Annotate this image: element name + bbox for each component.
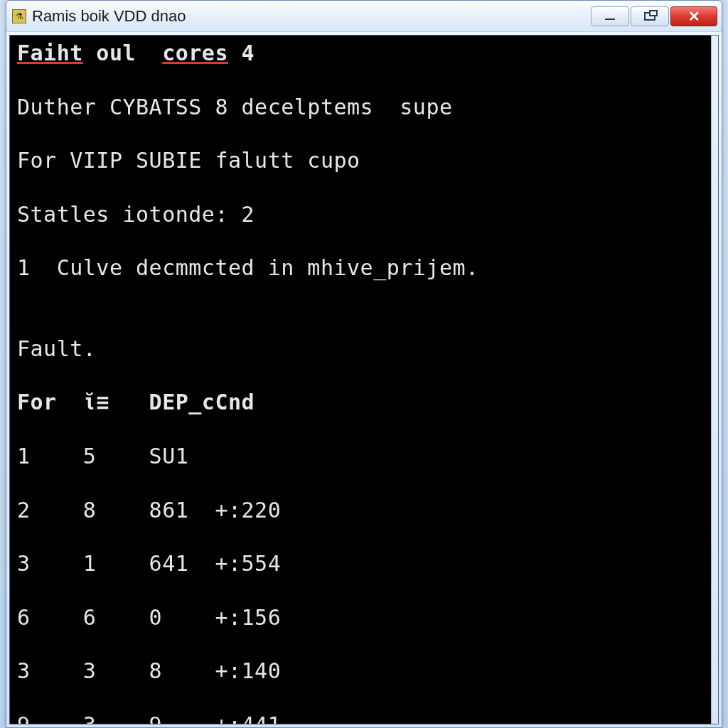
console-line: Statles iotonde: 2 [17, 201, 704, 228]
table-row: 3 3 8 +:140 [17, 658, 704, 685]
close-icon: ✕ [688, 8, 700, 25]
close-button[interactable]: ✕ [670, 6, 717, 26]
table-row: 9 3 9 +:441 [17, 712, 704, 724]
table-row: 3 1 641 +:554 [17, 550, 704, 577]
app-icon: ⚗ [12, 9, 26, 23]
minimize-icon [605, 18, 615, 20]
console-text: cores [162, 41, 228, 65]
console-output[interactable]: Faiht oul cores 4 Duther CYBATSS 8 decel… [10, 36, 711, 724]
table-row: 2 8 861 +:220 [17, 497, 704, 524]
console-line: Duther CYBATSS 8 decelptems supe [17, 94, 704, 121]
table-row: 1 5 SU1 [17, 443, 704, 470]
window-title: Ramis boik VDD dnao [32, 7, 186, 26]
maximize-button[interactable] [631, 6, 669, 26]
client-area: Faiht oul cores 4 Duther CYBATSS 8 decel… [9, 35, 719, 724]
titlebar[interactable]: ⚗ Ramis boik VDD dnao ✕ [6, 1, 722, 32]
restore-icon [644, 12, 655, 21]
table-row: 6 6 0 +:156 [17, 604, 704, 631]
console-line: For VIIP SUBIE falutt cupo [17, 147, 704, 174]
console-line: 1 Culve decmmcted in mhive_prijem. [17, 255, 704, 282]
console-text: Faiht [17, 41, 83, 65]
scrollbar-vertical[interactable] [711, 36, 718, 724]
app-window: ⚗ Ramis boik VDD dnao ✕ Faiht oul cores … [6, 0, 722, 728]
console-line: Fault. [17, 336, 704, 363]
console-text: 4 [228, 41, 255, 65]
table-header: For ῐ≡ DEP_cCnd [17, 389, 704, 416]
console-text: oul [83, 41, 162, 65]
window-controls: ✕ [591, 6, 717, 26]
minimize-button[interactable] [591, 6, 629, 26]
